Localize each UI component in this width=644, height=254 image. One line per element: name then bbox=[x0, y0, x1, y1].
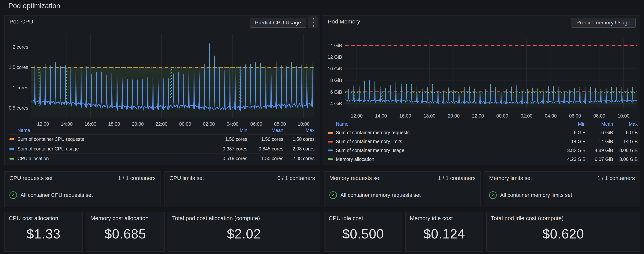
dashboard-pod-optimization: Pod optimization Pod CPU Predict CPU Usa… bbox=[0, 0, 644, 254]
stat-message: All container memory limits set bbox=[500, 192, 572, 198]
svg-text:14 GiB: 14 GiB bbox=[328, 43, 342, 48]
stat-value: $0.685 bbox=[90, 222, 160, 251]
series-name: Sum of container CPU requests bbox=[18, 136, 84, 142]
svg-text:06:00: 06:00 bbox=[569, 113, 581, 118]
legend-header-min[interactable]: Min bbox=[557, 121, 586, 127]
panel-cpu-limits-set: CPU limits set 0 / 1 containers ✓ bbox=[164, 171, 320, 207]
legend-series-label[interactable]: Sum of container memory requests bbox=[328, 130, 557, 135]
kebab-menu-icon[interactable] bbox=[308, 16, 318, 28]
panel-pod-memory: Pod Memory Predict memory Usage 4 GiB6 G… bbox=[322, 15, 640, 165]
legend-series-label[interactable]: Sum of container CPU usage bbox=[10, 146, 210, 152]
stat-value: $2.02 bbox=[172, 222, 316, 251]
panel-cpu-cost-allocation: CPU cost allocation $1.33 bbox=[4, 212, 83, 252]
legend-row: Sum of container memory usage 3.82 GiB 4… bbox=[328, 146, 638, 155]
panel-memory-idle-cost: Memory idle cost $0.124 bbox=[405, 212, 483, 252]
panel-cpu-idle-cost: CPU idle cost $0.500 bbox=[324, 212, 402, 252]
stat-message-row: ✓ All container memory requests set bbox=[330, 191, 476, 199]
stat-count: 1 / 1 containers bbox=[598, 175, 635, 181]
svg-text:14:00: 14:00 bbox=[61, 121, 73, 127]
series-mean: 0.845 cores bbox=[247, 146, 283, 152]
pod-cpu-chart-canvas[interactable]: 0.5 cores1 cores1.5 cores2 cores12:0014:… bbox=[4, 28, 320, 130]
pod-memory-chart-canvas[interactable]: 4 GiB6 GiB8 GiB10 GiB12 GiB14 GiB12:0014… bbox=[323, 28, 640, 122]
panel-total-pod-cost-allocation: Total pod cost allocation (compute) $2.0… bbox=[168, 212, 320, 252]
pod-memory-header: Pod Memory Predict memory Usage bbox=[323, 15, 640, 28]
legend-series-label[interactable]: CPU allocation bbox=[10, 156, 210, 161]
svg-text:14:00: 14:00 bbox=[375, 113, 387, 118]
svg-text:08:00: 08:00 bbox=[274, 121, 286, 127]
series-color-swatch bbox=[328, 150, 333, 151]
stat-value: $1.33 bbox=[9, 222, 78, 251]
predict-cpu-usage-button[interactable]: Predict CPU Usage bbox=[250, 18, 306, 28]
svg-text:8 GiB: 8 GiB bbox=[330, 78, 342, 83]
series-max: 14 GiB bbox=[613, 139, 638, 144]
stat-title: CPU requests set bbox=[10, 175, 52, 181]
svg-text:4 GiB: 4 GiB bbox=[330, 101, 342, 106]
check-circle-icon: ✓ bbox=[330, 191, 337, 199]
svg-text:00:00: 00:00 bbox=[496, 113, 508, 118]
svg-text:00:00: 00:00 bbox=[179, 121, 191, 127]
series-mean: 6 GiB bbox=[586, 130, 613, 135]
legend-header-row: Name Min Mean Max bbox=[10, 126, 314, 134]
svg-text:12 GiB: 12 GiB bbox=[328, 54, 342, 60]
svg-text:04:00: 04:00 bbox=[545, 113, 557, 118]
series-name: Sum of container memory requests bbox=[336, 130, 410, 135]
series-mean: 14 GiB bbox=[586, 139, 613, 144]
stat-message-row: ✓ All container memory limits set bbox=[489, 191, 635, 199]
panel-pod-cpu: Pod CPU Predict CPU Usage 0.5 cores1 cor… bbox=[4, 15, 320, 165]
series-color-swatch bbox=[10, 148, 14, 150]
stat-title: CPU idle cost bbox=[329, 215, 398, 222]
series-mean: 1.50 cores bbox=[247, 136, 283, 142]
panel-memory-requests-set: Memory requests set 1 / 1 containers ✓ A… bbox=[324, 171, 481, 207]
svg-text:06:00: 06:00 bbox=[250, 121, 262, 127]
legend-header-min[interactable]: Min bbox=[210, 128, 247, 133]
series-mean: 4.89 GiB bbox=[586, 148, 613, 153]
pod-memory-title: Pod Memory bbox=[328, 18, 360, 25]
series-name: Sum of container memory limits bbox=[336, 139, 402, 144]
svg-text:02:00: 02:00 bbox=[520, 113, 532, 118]
svg-text:04:00: 04:00 bbox=[227, 121, 238, 127]
svg-text:1 cores: 1 cores bbox=[13, 85, 28, 90]
stat-title: CPU cost allocation bbox=[9, 215, 78, 222]
series-min: 1.50 cores bbox=[210, 136, 247, 142]
pod-cpu-legend: Name Min Mean Max Sum of container CPU r… bbox=[10, 126, 314, 163]
series-mean: 1.50 cores bbox=[247, 156, 283, 161]
predict-memory-usage-button[interactable]: Predict memory Usage bbox=[571, 18, 636, 28]
svg-text:6 GiB: 6 GiB bbox=[330, 89, 342, 95]
series-min: 4.23 GiB bbox=[557, 157, 586, 162]
svg-text:18:00: 18:00 bbox=[108, 121, 120, 127]
svg-text:16:00: 16:00 bbox=[84, 121, 96, 127]
svg-text:10 GiB: 10 GiB bbox=[328, 66, 342, 71]
stat-title: CPU limits set bbox=[170, 175, 204, 181]
svg-text:10:00: 10:00 bbox=[618, 113, 630, 118]
svg-text:12:00: 12:00 bbox=[351, 113, 363, 118]
series-max: 2.08 cores bbox=[283, 156, 314, 161]
stat-title: Memory requests set bbox=[330, 175, 381, 181]
legend-series-label[interactable]: Sum of container memory usage bbox=[328, 148, 557, 153]
svg-text:10:00: 10:00 bbox=[298, 121, 310, 127]
series-name: Sum of container CPU usage bbox=[18, 146, 79, 152]
legend-header-max[interactable]: Max bbox=[283, 128, 314, 133]
stat-title: Memory idle cost bbox=[410, 215, 479, 222]
legend-series-label[interactable]: Memory allocation bbox=[328, 157, 557, 162]
pod-cpu-header: Pod CPU Predict CPU Usage bbox=[4, 15, 320, 28]
stat-value: $0.124 bbox=[410, 222, 479, 251]
legend-header-max[interactable]: Max bbox=[613, 121, 638, 127]
legend-row: Memory allocation 4.23 GiB 6.07 GiB 8.06… bbox=[328, 155, 638, 164]
series-color-swatch bbox=[328, 158, 333, 160]
svg-text:0.5 cores: 0.5 cores bbox=[9, 105, 28, 111]
stat-count: 0 / 1 containers bbox=[278, 175, 315, 181]
series-color-swatch bbox=[328, 141, 333, 143]
stat-value: $0.500 bbox=[329, 222, 398, 251]
series-max: 1.50 cores bbox=[283, 136, 314, 142]
stat-title: Memory limits set bbox=[489, 175, 532, 181]
legend-series-label[interactable]: Sum of container memory limits bbox=[328, 139, 557, 144]
legend-header-name: Name bbox=[328, 121, 557, 127]
legend-header-mean[interactable]: Mean bbox=[247, 128, 283, 133]
legend-header-mean[interactable]: Mean bbox=[586, 121, 613, 127]
legend-row: CPU allocation 0.519 cores 1.50 cores 2.… bbox=[10, 154, 314, 163]
legend-row: Sum of container memory requests 6 GiB 6… bbox=[328, 128, 638, 137]
stat-message: All container CPU requests set bbox=[20, 192, 93, 198]
panel-memory-cost-allocation: Memory cost allocation $0.685 bbox=[86, 212, 165, 252]
legend-series-label[interactable]: Sum of container CPU requests bbox=[10, 136, 210, 142]
pod-memory-legend: Name Min Mean Max Sum of container memor… bbox=[328, 120, 638, 164]
